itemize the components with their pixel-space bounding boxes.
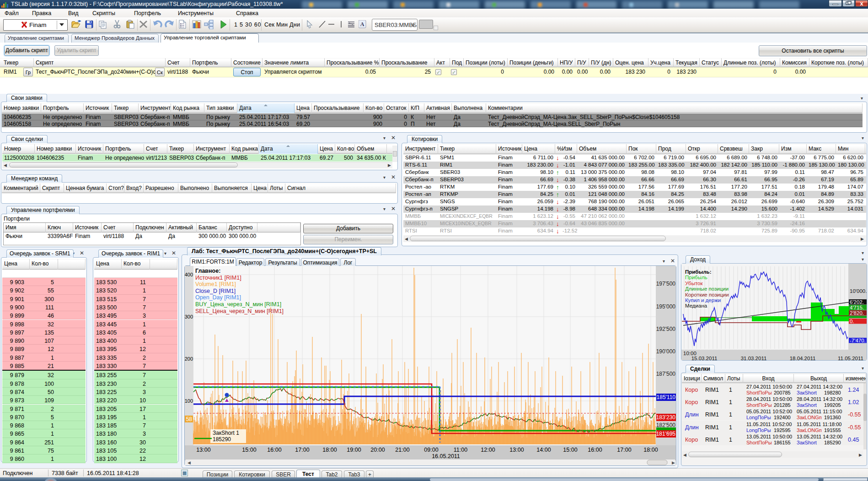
svg-text:187'500: 187'500 (656, 371, 676, 377)
svg-text:183'230: 183'230 (656, 414, 676, 421)
svg-text:10'000.: 10'000. (850, 288, 867, 294)
svg-text:14:00: 14:00 (536, 447, 551, 453)
svg-text:▶: ▶ (672, 460, 675, 465)
svg-text:Купил и держи: Купил и держи (685, 297, 721, 303)
svg-text:20:00: 20:00 (370, 447, 385, 453)
svg-text:195'000: 195'000 (656, 303, 676, 310)
svg-text:400: 400 (185, 272, 193, 277)
svg-text:15:00: 15:00 (242, 447, 256, 453)
svg-text:18:00: 18:00 (322, 447, 337, 453)
svg-text:12:00: 12:00 (481, 447, 495, 453)
svg-text:Прибыль:: Прибыль: (685, 269, 712, 275)
svg-text:182'500: 182'500 (656, 422, 676, 428)
svg-text:SELL_Цена_через_N_мин [RIM1]: SELL_Цена_через_N_мин [RIM1] (195, 308, 284, 314)
svg-text:6'202.: 6'202. (850, 299, 864, 305)
svg-text:Длинные позиции: Длинные позиции (685, 286, 729, 292)
svg-text:ЗакShort 1: ЗакShort 1 (213, 430, 239, 436)
svg-text:31.03.2011: 31.03.2011 (741, 356, 767, 360)
svg-text:15:00: 15:00 (563, 447, 577, 453)
svg-text:Короткие позиции: Короткие позиции (685, 292, 729, 297)
svg-text:18:00: 18:00 (643, 447, 658, 453)
svg-text:19:00: 19:00 (347, 447, 361, 453)
svg-text:Close_D [RIM1]: Close_D [RIM1] (195, 288, 236, 294)
svg-text:Убыток: Убыток (685, 281, 703, 286)
svg-text:-7'470.: -7'470. (850, 338, 866, 343)
svg-text:A: A (360, 21, 364, 27)
svg-text:0.: 0. (850, 319, 854, 324)
svg-text:2'820.: 2'820. (850, 310, 864, 316)
svg-text:16:00: 16:00 (588, 447, 602, 453)
svg-text:◀: ◀ (188, 460, 191, 465)
svg-text:185'110: 185'110 (657, 394, 676, 400)
svg-text:09:00: 09:00 (424, 447, 438, 453)
svg-text:300: 300 (185, 314, 193, 319)
svg-text:Open_Day [RIM1]: Open_Day [RIM1] (195, 294, 241, 301)
svg-text:16:00: 16:00 (267, 447, 281, 453)
svg-text:Медиана: Медиана (685, 303, 707, 308)
svg-text:190'000: 190'000 (656, 348, 676, 355)
svg-text:185290: 185290 (213, 436, 231, 443)
svg-text:58: 58 (186, 416, 193, 422)
svg-text:BUY_Цена_через_N_мин [RIM1]: BUY_Цена_через_N_мин [RIM1] (195, 301, 281, 308)
svg-text:11:00: 11:00 (454, 447, 467, 453)
svg-text:11.05.2011: 11.05.2011 (838, 356, 863, 360)
svg-text:18.04.2011: 18.04.2011 (790, 356, 816, 360)
svg-text:Volume1 [RIM1]: Volume1 [RIM1] (195, 281, 236, 287)
svg-text:100: 100 (185, 398, 193, 404)
svg-text:181'695: 181'695 (656, 431, 676, 437)
svg-text:16.05.2011: 16.05.2011 (432, 453, 460, 459)
svg-text:192'500: 192'500 (656, 326, 676, 332)
svg-text:197'500: 197'500 (656, 281, 676, 287)
svg-text:200: 200 (185, 356, 193, 362)
svg-text:Главное:: Главное: (195, 268, 220, 274)
svg-text:17:00: 17:00 (295, 447, 309, 453)
svg-text:13:00: 13:00 (509, 447, 524, 453)
svg-text:13:00: 13:00 (196, 447, 210, 453)
svg-text:21:00: 21:00 (395, 447, 409, 453)
svg-text:Прибыль: Прибыль (685, 275, 707, 280)
svg-text:4'715.: 4'715. (850, 305, 864, 310)
svg-text:Источник1 [RIM1]: Источник1 [RIM1] (195, 275, 241, 281)
svg-text:17:00: 17:00 (617, 447, 631, 453)
svg-text:15.03.2011: 15.03.2011 (691, 356, 718, 360)
